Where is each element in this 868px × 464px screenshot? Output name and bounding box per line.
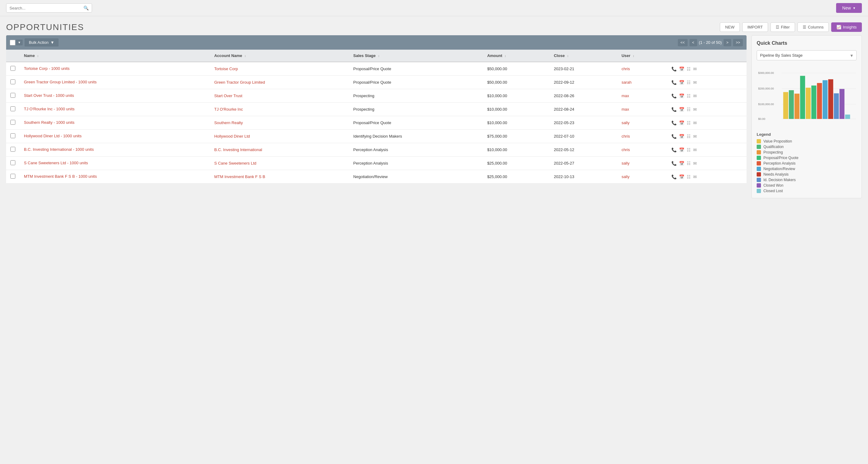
calendar-icon[interactable]: 📅 (679, 107, 684, 112)
import-action-button[interactable]: IMPORT (742, 22, 768, 32)
row-checkbox[interactable] (10, 66, 16, 71)
new-action-button[interactable]: NEW (720, 22, 740, 32)
calendar-icon[interactable]: 📅 (679, 174, 684, 179)
user-link[interactable]: sally (621, 121, 629, 125)
account-name-link[interactable]: S Cane Sweeteners Ltd (214, 161, 256, 165)
account-name-link[interactable]: Hollywood Diner Ltd (214, 134, 250, 138)
toolbar-right: << < (1 - 20 of 50) > >> (678, 39, 743, 46)
amount-col-header[interactable]: Amount ↕ (483, 49, 549, 62)
row-checkbox[interactable] (10, 93, 16, 98)
call-icon[interactable]: 📞 (672, 67, 677, 71)
email-icon[interactable]: ✉ (693, 121, 697, 125)
select-all-arrow[interactable]: ▼ (16, 39, 23, 45)
call-icon[interactable]: 📞 (672, 80, 677, 85)
email-icon[interactable]: ✉ (693, 80, 697, 85)
calendar-icon[interactable]: 📅 (679, 147, 684, 152)
email-icon[interactable]: ✉ (693, 134, 697, 139)
list-icon[interactable]: ☷ (687, 67, 691, 71)
row-checkbox[interactable] (10, 147, 16, 152)
list-icon[interactable]: ☷ (687, 161, 691, 166)
calendar-icon[interactable]: 📅 (679, 134, 684, 139)
calendar-icon[interactable]: 📅 (679, 121, 684, 125)
account-name-link[interactable]: Tortoise Corp (214, 67, 238, 71)
insights-button[interactable]: 📈 Insights (831, 22, 862, 32)
opportunity-name-link[interactable]: Green Tractor Group Limited - 1000 units (24, 80, 97, 84)
svg-text:$100,000.00: $100,000.00 (758, 103, 774, 106)
row-checkbox[interactable] (10, 79, 16, 84)
prev-page-button[interactable]: < (689, 39, 697, 46)
opportunity-name-link[interactable]: Hollywood Diner Ltd - 1000 units (24, 134, 82, 138)
email-icon[interactable]: ✉ (693, 67, 697, 71)
list-icon[interactable]: ☷ (687, 174, 691, 179)
legend-item-label: Value Proposition (764, 139, 792, 143)
account-name-link[interactable]: Green Tractor Group Limited (214, 80, 265, 85)
filter-label: Filter (781, 25, 790, 29)
email-icon[interactable]: ✉ (693, 174, 697, 179)
calendar-icon[interactable]: 📅 (679, 94, 684, 98)
user-link[interactable]: max (621, 107, 629, 111)
row-checkbox[interactable] (10, 174, 16, 179)
call-icon[interactable]: 📞 (672, 161, 677, 166)
name-col-header[interactable]: Name ↕ (20, 49, 210, 62)
email-icon[interactable]: ✉ (693, 161, 697, 166)
call-icon[interactable]: 📞 (672, 107, 677, 112)
user-link[interactable]: chris (621, 134, 630, 138)
row-checkbox[interactable] (10, 106, 16, 111)
call-icon[interactable]: 📞 (672, 147, 677, 152)
user-link[interactable]: sally (621, 174, 629, 179)
close-col-header[interactable]: Close ↕ (550, 49, 617, 62)
opportunity-name-link[interactable]: TJ O'Rourke Inc - 1000 units (24, 107, 74, 111)
call-icon[interactable]: 📞 (672, 134, 677, 139)
opportunity-name-link[interactable]: Start Over Trust - 1000 units (24, 93, 74, 98)
list-icon[interactable]: ☷ (687, 121, 691, 125)
row-checkbox-cell (6, 62, 20, 76)
email-icon[interactable]: ✉ (693, 94, 697, 98)
calendar-icon[interactable]: 📅 (679, 161, 684, 166)
user-link[interactable]: sarah (621, 80, 631, 85)
legend-item-label: Closed Lost (764, 189, 783, 193)
search-box[interactable]: 🔍 (6, 3, 92, 12)
list-icon[interactable]: ☷ (687, 80, 691, 85)
user-link[interactable]: chris (621, 147, 630, 152)
columns-button[interactable]: ☰ Columns (798, 22, 829, 32)
bulk-action-button[interactable]: Bulk Action ▼ (25, 38, 59, 46)
account-name-link[interactable]: TJ O'Rourke Inc (214, 107, 243, 111)
account-name-link[interactable]: Southern Realty (214, 121, 243, 125)
row-checkbox[interactable] (10, 160, 16, 165)
search-input[interactable] (9, 6, 84, 10)
user-link[interactable]: chris (621, 67, 630, 71)
list-icon[interactable]: ☷ (687, 94, 691, 98)
filter-button[interactable]: ☲ Filter (771, 22, 795, 32)
opportunity-name-link[interactable]: B.C. Investing International - 1000 unit… (24, 147, 94, 152)
row-checkbox[interactable] (10, 133, 16, 138)
account-col-header[interactable]: Account Name ↕ (210, 49, 349, 62)
opportunity-name-link[interactable]: MTM Investment Bank F S B - 1000 units (24, 174, 97, 179)
calendar-icon[interactable]: 📅 (679, 67, 684, 71)
last-page-button[interactable]: >> (733, 39, 743, 46)
user-link[interactable]: max (621, 94, 629, 98)
account-name-link[interactable]: MTM Investment Bank F S B (214, 174, 265, 179)
opportunity-name-link[interactable]: Southern Realty - 1000 units (24, 120, 74, 125)
row-checkbox[interactable] (10, 120, 16, 125)
list-icon[interactable]: ☷ (687, 107, 691, 112)
opportunity-name-link[interactable]: S Cane Sweeteners Ltd - 1000 units (24, 161, 88, 165)
call-icon[interactable]: 📞 (672, 121, 677, 125)
next-page-button[interactable]: > (723, 39, 731, 46)
new-button[interactable]: New ▼ (836, 3, 862, 13)
call-icon[interactable]: 📞 (672, 174, 677, 179)
email-icon[interactable]: ✉ (693, 147, 697, 152)
user-link[interactable]: sally (621, 161, 629, 165)
stage-col-header[interactable]: Sales Stage ↕ (349, 49, 483, 62)
account-name-link[interactable]: B.C. Investing International (214, 147, 262, 152)
account-name-link[interactable]: Start Over Trust (214, 94, 242, 98)
calendar-icon[interactable]: 📅 (679, 80, 684, 85)
opportunity-name-link[interactable]: Tortoise Corp - 1000 units (24, 66, 70, 71)
list-icon[interactable]: ☷ (687, 134, 691, 139)
select-all-checkbox[interactable] (10, 40, 16, 45)
email-icon[interactable]: ✉ (693, 107, 697, 112)
user-col-header[interactable]: User ↕ (617, 49, 667, 62)
chart-type-select[interactable]: Pipeline By Sales Stage Pipeline By User… (757, 50, 857, 60)
call-icon[interactable]: 📞 (672, 94, 677, 98)
list-icon[interactable]: ☷ (687, 147, 691, 152)
first-page-button[interactable]: << (678, 39, 688, 46)
